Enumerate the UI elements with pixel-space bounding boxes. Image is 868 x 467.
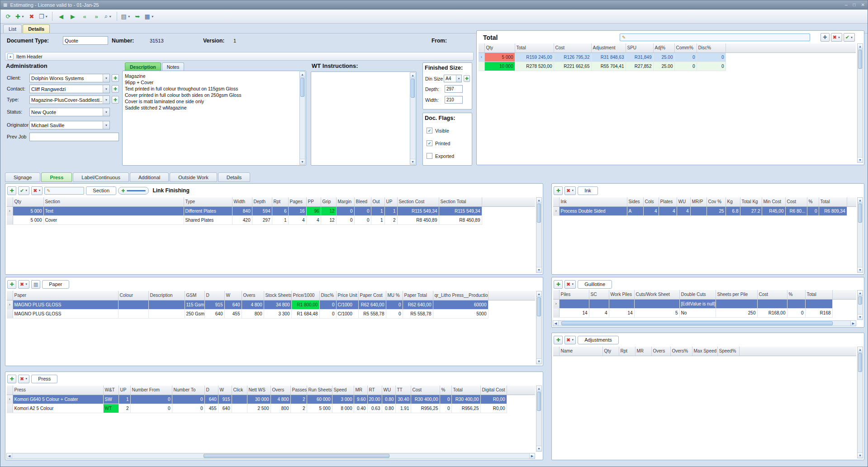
table-cell[interactable]: 0 <box>130 395 172 404</box>
table-cell[interactable]: 2 <box>119 404 130 413</box>
column-header[interactable]: Overs <box>242 291 264 300</box>
column-header[interactable]: Disc% <box>697 43 726 52</box>
total-add-button[interactable]: ✚ <box>821 33 830 42</box>
tab-additional[interactable]: Additional <box>130 172 169 182</box>
table-cell[interactable]: 4 800 <box>270 395 290 404</box>
column-header[interactable]: Adj% <box>653 43 674 52</box>
table-cell[interactable] <box>559 299 589 308</box>
scroll-right-arrow[interactable]: ▶ <box>850 321 856 326</box>
scroll-left-arrow[interactable]: ◀ <box>553 321 559 326</box>
column-header[interactable]: MU % <box>386 291 403 300</box>
scroll-right-arrow[interactable]: ▶ <box>529 453 535 458</box>
table-cell[interactable]: A <box>627 206 643 215</box>
table-cell[interactable]: R0,00 <box>480 404 507 413</box>
ink-add-button[interactable]: ✚ <box>554 186 563 195</box>
column-header[interactable]: Number From <box>130 386 172 395</box>
table-cell[interactable]: 0 <box>807 206 819 215</box>
table-cell[interactable]: R55 704,41 <box>591 62 626 71</box>
column-header[interactable]: TT <box>395 386 411 395</box>
table-row[interactable]: ›5 000TextDifferent Plates84059461696120… <box>7 206 535 215</box>
print-button[interactable]: ▤▼ <box>120 11 131 22</box>
table-cell[interactable]: 0.80 <box>382 404 395 413</box>
table-cell[interactable]: [EditValue is null] <box>679 299 716 308</box>
table-cell[interactable]: 4 <box>677 206 690 215</box>
prev-job-input[interactable] <box>29 133 119 141</box>
column-header[interactable]: W <box>224 291 242 300</box>
column-header[interactable]: Comm% <box>674 43 697 52</box>
table-cell[interactable]: 4 <box>306 215 321 224</box>
table-cell[interactable]: 6 <box>272 206 288 215</box>
table-cell[interactable]: 0 <box>319 309 336 318</box>
scroll-down-arrow[interactable]: ▼ <box>858 453 863 458</box>
press-add-button[interactable]: ✚ <box>7 375 16 383</box>
column-header[interactable]: Margin <box>336 197 354 206</box>
column-header[interactable]: Sheets per Pile <box>716 290 757 299</box>
table-row[interactable]: ›Process Double SidedA444256.827.2R45,00… <box>553 206 856 215</box>
table-cell[interactable] <box>757 299 787 308</box>
adjustments-delete-button[interactable]: ✖▼ <box>564 336 576 344</box>
chevron-down-icon[interactable]: ▼ <box>103 108 109 116</box>
table-cell[interactable]: 4 <box>288 215 306 224</box>
table-cell[interactable]: SW <box>103 395 119 404</box>
column-header[interactable]: % <box>807 197 819 206</box>
column-header[interactable]: Ink <box>559 197 627 206</box>
table-cell[interactable]: 1 <box>119 395 130 404</box>
total-delete-button[interactable]: ✖▼ <box>831 33 842 42</box>
checkbox-icon[interactable]: ✔ <box>427 153 432 159</box>
minimize-button[interactable]: – <box>845 2 848 7</box>
table-cell[interactable]: 1 <box>371 206 384 215</box>
column-header[interactable]: Depth <box>252 197 272 206</box>
table-cell[interactable]: 25.00 <box>653 62 674 71</box>
vertical-scrollbar[interactable]: ▲ ▼ <box>299 71 305 165</box>
table-cell[interactable]: 0 <box>172 395 204 404</box>
scroll-down-arrow[interactable]: ▼ <box>858 157 863 162</box>
column-header[interactable]: D <box>204 291 224 300</box>
scroll-up-arrow[interactable]: ▲ <box>858 291 863 296</box>
add-button[interactable]: ✚▼ <box>14 11 25 22</box>
table-cell[interactable]: R278 520,00 <box>515 62 554 71</box>
table-cell[interactable]: 0 <box>440 404 451 413</box>
table-row[interactable]: 144145No250R168,000R168 <box>553 308 856 317</box>
table-cell[interactable]: 250 <box>716 308 757 317</box>
scroll-left-arrow[interactable]: ◀ <box>7 453 12 458</box>
paper-delete-button[interactable]: ✖▼ <box>18 280 29 289</box>
table-cell[interactable]: 0.63 <box>367 404 382 413</box>
column-header[interactable]: Description <box>148 291 185 300</box>
table-cell[interactable]: 2 <box>290 395 307 404</box>
scroll-down-arrow[interactable]: ▼ <box>410 159 415 164</box>
table-cell[interactable]: 0 <box>674 62 697 71</box>
scroll-thumb[interactable] <box>858 204 862 223</box>
ink-delete-button[interactable]: ✖▼ <box>564 186 576 195</box>
scroll-track[interactable] <box>858 353 863 453</box>
column-header[interactable]: Paper Cost <box>358 291 386 300</box>
scroll-track[interactable] <box>858 296 863 314</box>
column-header[interactable]: Overs <box>651 347 670 356</box>
scroll-up-arrow[interactable]: ▲ <box>410 73 415 78</box>
scroll-track[interactable] <box>536 391 541 446</box>
column-header[interactable]: Cost <box>554 43 591 52</box>
table-cell[interactable]: 14 <box>609 308 634 317</box>
table-cell[interactable]: 10 000 <box>484 62 515 71</box>
table-cell[interactable]: Different Plates <box>184 206 232 215</box>
table-cell[interactable]: 25 <box>707 206 726 215</box>
layout-button[interactable]: ▦▼ <box>144 11 155 22</box>
scroll-down-arrow[interactable]: ▼ <box>536 267 541 272</box>
table-cell[interactable]: MAGNO PLUS GLOSS <box>13 300 118 309</box>
table-cell[interactable]: R1 684,48 <box>291 309 319 318</box>
table-cell[interactable]: C/1000 <box>336 300 358 309</box>
column-header[interactable]: Cost <box>785 197 807 206</box>
chevron-down-icon[interactable]: ▼ <box>103 74 109 82</box>
column-header[interactable]: Name <box>559 347 602 356</box>
table-cell[interactable]: 12 <box>321 206 336 215</box>
scroll-thumb[interactable] <box>561 321 833 325</box>
table-cell[interactable]: 0 <box>697 52 726 62</box>
column-header[interactable]: Qty <box>484 43 515 52</box>
scroll-track[interactable] <box>858 49 863 157</box>
type-add-button[interactable]: ✚ <box>112 96 119 104</box>
column-header[interactable]: W <box>218 386 232 395</box>
table-cell[interactable]: 30 000 <box>247 395 270 404</box>
column-header[interactable]: W&T <box>103 386 119 395</box>
column-header[interactable]: Cuts/Work Sheet <box>634 290 679 299</box>
export-button[interactable]: ➥ <box>132 11 143 22</box>
section-confirm-button[interactable]: ✔▼ <box>18 186 29 195</box>
